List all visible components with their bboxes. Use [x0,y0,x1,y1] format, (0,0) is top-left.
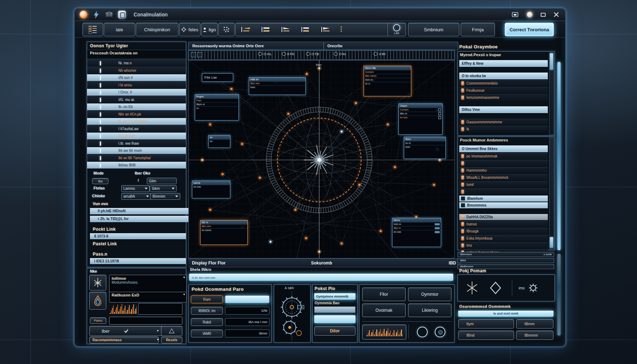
ruler-marker[interactable]: O IAL [258,52,272,56]
list-item[interactable]: Ni. ma n [87,59,186,66]
list-item[interactable]: Ib.-on Eb [87,103,186,110]
ruler-marker[interactable]: O ks [334,52,346,56]
list-item[interactable]: Nh whorive [87,67,186,74]
panel-row[interactable] [459,160,548,166]
canvas-node-panel[interactable]: GispmComsmIBm mIm mm [398,103,443,135]
conn-button[interactable]: IBnd [458,331,514,340]
lak-scope-button[interactable]: LAK [387,23,406,36]
panel-row[interactable]: Gaassommmmmimme [459,119,548,125]
filter-grid-button[interactable]: Ovoimak [362,304,406,317]
command-row-label-chip[interactable]: Rakd [191,318,223,326]
network-canvas[interactable]: PIH Fite LsemBk imIBm mmImmIBmm IBkComsm… [188,60,455,258]
list-item[interactable]: IbI wi IBI ?amuhphal [87,154,186,161]
flame-tool-button[interactable] [89,292,106,310]
gilm-field[interactable]: Gilm [147,178,177,184]
list-item[interactable]: IbI-aw IbI mum [87,147,186,154]
ruler-tool-icon[interactable] [191,52,196,57]
toolbar-button-lale[interactable]: lale [104,23,135,36]
mini-status-bar[interactable]: IBImmsm o smik [457,252,554,257]
toolbar-button-smbnium[interactable]: Smbnium [408,23,459,36]
plot-highlight-row[interactable]: Oymjaimos mmmmib [314,293,355,300]
mini-status-bar[interactable]: IB8d [457,258,554,263]
canvas-node-panel[interactable]: IasmaIm mm [192,181,230,198]
panel-row[interactable] [459,68,548,72]
panel-row[interactable] [459,188,548,195]
command-row-label-chip[interactable]: IAM0 [191,330,223,337]
panel-row[interactable]: po Imsmanshmmak [459,153,548,159]
panel-row[interactable]: Commmmmmmkkis [459,80,548,86]
command-row-label-chip[interactable]: IBIBIDL Im [191,307,223,315]
racomammmass-button[interactable]: Racomammmass [89,337,159,343]
list-item[interactable]: Ib.-an Co mynhare [87,118,186,125]
strip-tool-button[interactable] [82,23,103,36]
pamo-input[interactable] [109,317,182,325]
panel-a-scrollbar[interactable] [549,52,554,135]
gear-icon[interactable] [528,283,538,293]
conn-button[interactable]: IBmmm [516,331,553,340]
lamms-dropdown[interactable]: Lamms [121,185,150,192]
command-row-field[interactable]: IBA mw I mm [225,318,269,326]
ruler-marker[interactable]: 8 Fik [282,52,294,56]
bimmim-dropdown[interactable]: Bimmim [150,193,180,200]
canvas-node-panel[interactable]: ImIm [208,135,230,148]
status-progress-bar[interactable]: G.M. Ikm mml mm [189,274,453,281]
panel-row[interactable] [459,101,548,106]
close-icon[interactable] [552,11,561,18]
checkbox-icon[interactable] [438,116,441,119]
panel-row[interactable]: Isanus [459,221,548,227]
filter-grid-button[interactable]: Oymmior [408,288,451,301]
panel-row[interactable]: DaHHA DIIZZNa [459,214,548,220]
list-item[interactable]: I/G. mu at. [87,96,186,103]
list-item[interactable]: IbI/wu IBIB [87,162,186,168]
panel-row[interactable]: Eska Imyonksua [459,235,548,241]
list-item[interactable]: I Ii7au/taLaw [87,125,186,132]
ruler-marker[interactable]: O Fjk [306,52,319,56]
scrollbar-thumb[interactable] [550,237,553,248]
canvas-node-panel[interactable]: IBmm IBkComsmIBm mmmImm mIB m [364,66,411,96]
iber-dropdown[interactable]: Iber [89,326,168,336]
resels-button[interactable]: Resels [161,337,182,343]
list-item[interactable]: Ibi ani olim [87,133,186,139]
panel-row[interactable]: IBamlism [459,196,548,202]
align-tools-strip[interactable] [235,23,390,36]
ruler-tool-icon[interactable] [197,52,202,57]
canvas-node-panel[interactable]: IBmmImm mIBm mIm mm [392,218,441,247]
maximize-icon[interactable] [539,11,547,18]
panel-b-scrollbar[interactable] [549,138,554,249]
filter-grid-button[interactable]: Likiering [408,304,451,317]
canvas-header-tab[interactable]: Orecrlio [323,42,458,50]
list-item[interactable]: I bi annu [87,81,186,89]
panel-row[interactable]: O Io olonka Iw [459,73,548,79]
packet-value-row[interactable]: I IDE3 13.197/8 [90,258,186,264]
restore-window-icon[interactable] [511,11,519,18]
command-row-field[interactable] [225,295,269,303]
grid-dots-button[interactable] [218,23,235,36]
right-edge-scroll-glow[interactable] [557,62,561,250]
panel-row[interactable]: Iemzoommaxxsmme [459,94,548,101]
iba-chip[interactable]: Iba [92,178,108,184]
toolbar-button-feles[interactable]: feles [179,23,200,36]
panel-row[interactable]: IBruagk [459,228,548,234]
canvas-node-panel[interactable]: Fite Lse [202,73,233,82]
panel-row[interactable]: Ismil [459,181,548,188]
list-item[interactable]: I Orns. # [87,89,186,96]
scrollbar-thumb[interactable] [550,53,553,70]
vunovo-row[interactable]: r Zh. Ia TID(@L for [90,216,189,222]
raitkusnn-box[interactable]: Raitkusnn EsD [109,292,187,303]
list-item[interactable]: I/N oun # [87,74,186,81]
canvas-node-panel[interactable]: IBsmIm mImm [404,137,446,159]
sparkle-icon[interactable] [464,280,480,296]
panel-row[interactable] [459,209,548,213]
toolbar-button-ligo[interactable]: ligo [201,23,218,36]
ioilimse-box[interactable]: Ioilimse Modummvhsses. [109,275,187,293]
list-item[interactable]: Nhr an IiCn.pk [87,111,186,118]
spark-tool-button[interactable] [89,275,106,290]
ruler-marker[interactable]: 4 IBI [374,52,386,56]
conn-button[interactable]: IBmm [516,319,553,328]
panel-row[interactable]: Ik [459,126,548,132]
panel-row[interactable]: O Ummml Bna Skkes [459,145,548,152]
checkbox-icon[interactable] [438,112,441,115]
dilor-button[interactable]: Dilor [314,326,355,336]
target-toggle-button[interactable] [435,327,445,337]
plot-input[interactable] [314,315,355,323]
